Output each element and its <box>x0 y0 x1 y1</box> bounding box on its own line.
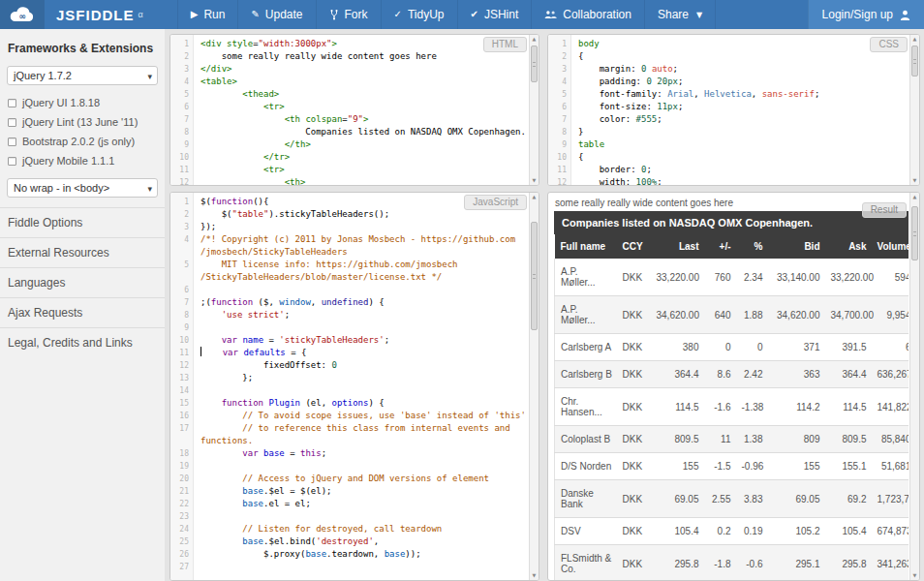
table-row: Danske BankDKK69.052.553.8369.0569.21,72… <box>555 480 909 518</box>
html-code-editor[interactable]: <div style="width:3000px"> some really r… <box>195 35 529 185</box>
checkbox-icon <box>8 138 16 146</box>
fork-icon <box>329 9 339 20</box>
scroll-down-icon[interactable]: ▼ <box>910 571 919 580</box>
wide-content-text: some really really wide content goes her… <box>555 198 909 208</box>
column-header: CCY <box>617 234 651 259</box>
table-row: Carlsberg BDKK364.48.62.42363364.4636,26… <box>555 361 909 388</box>
scroll-thumb[interactable] <box>531 222 538 330</box>
table-row: FLSmidth & Co.DKK295.8-1.8-0.6295.1295.8… <box>555 545 909 581</box>
checkbox-icon <box>8 99 16 107</box>
sidebar-item-languages[interactable]: Languages <box>0 267 165 297</box>
jsfiddle-logo[interactable]: ∞ <box>0 0 45 29</box>
table-row: D/S NordenDKK155-1.5-0.96155155.151,681 <box>555 453 909 480</box>
chevron-down-icon: ▾ <box>147 180 152 198</box>
update-icon: ✎ <box>251 10 259 19</box>
scroll-thumb[interactable] <box>531 46 538 82</box>
wrap-select[interactable]: No wrap - in <body> ▾ <box>7 178 158 198</box>
scroll-down-icon[interactable]: ▼ <box>910 176 919 185</box>
scroll-thumb[interactable] <box>911 46 918 76</box>
table-row: Coloplast BDKK809.5111.38809809.585,840 <box>555 426 909 453</box>
tidyup-button[interactable]: ✓ TidyUp <box>381 0 457 29</box>
navbar-actions: ▶ Run ✎ Update Fork ✓ TidyUp ✔ JSHint <box>177 0 716 29</box>
column-header: Last <box>651 234 704 259</box>
collaboration-icon <box>544 10 557 19</box>
column-header: % <box>736 234 768 259</box>
checkbox-jquery-mobile[interactable]: jQuery Mobile 1.1.1 <box>0 151 165 170</box>
table-row: Carlsberg ADKK38000371391.56 <box>555 334 909 361</box>
checkbox-jquery-lint[interactable]: jQuery Lint (13 June '11) <box>0 112 165 132</box>
companies-table: Full nameCCYLast+/-%BidAskVolumeA.P. Møl… <box>554 234 909 580</box>
sidebar-item-fiddle-options[interactable]: Fiddle Options <box>0 207 165 237</box>
brand-title: JSFIDDLE <box>56 7 135 23</box>
jshint-button[interactable]: ✔ JSHint <box>457 0 532 29</box>
css-code-editor[interactable]: body{ margin: 0 auto; padding: 0 20px; f… <box>572 35 909 185</box>
table-row: DSVDKK105.40.20.19105.2105.4674,873 <box>555 518 909 545</box>
tidyup-icon: ✓ <box>394 10 402 19</box>
checkbox-icon <box>8 118 16 127</box>
js-line-numbers: 1234567891011121314151617181920212223242… <box>170 193 194 580</box>
panel-label-javascript: JavaScript <box>464 195 527 210</box>
checkbox-bootstrap[interactable]: Bootstrap 2.0.2 (js only) <box>0 132 165 151</box>
collaboration-button[interactable]: Collaboration <box>531 0 644 29</box>
table-row: A.P. Møller...DKK33,220.007602.3433,140.… <box>555 259 909 296</box>
js-editor-scrollbar[interactable]: ▲ ▼ <box>529 193 539 580</box>
fork-button[interactable]: Fork <box>316 0 381 29</box>
checkbox-jquery-ui[interactable]: jQuery UI 1.8.18 <box>0 93 165 112</box>
update-button[interactable]: ✎ Update <box>237 0 315 29</box>
html-editor-scrollbar[interactable]: ▲ ▼ <box>529 35 539 185</box>
share-button[interactable]: Share ▼ <box>644 0 716 29</box>
column-header: Volume <box>872 234 909 259</box>
run-button[interactable]: ▶ Run <box>177 0 238 29</box>
scroll-thumb[interactable] <box>911 206 918 260</box>
sidebar-item-ajax-requests[interactable]: Ajax Requests <box>0 297 165 327</box>
scroll-up-icon[interactable]: ▲ <box>530 35 539 44</box>
css-editor-scrollbar[interactable]: ▲ ▼ <box>909 35 919 185</box>
scroll-down-icon[interactable]: ▼ <box>530 571 539 580</box>
framework-select[interactable]: jQuery 1.7.2 ▾ <box>7 66 158 85</box>
result-scrollbar[interactable]: ▲ ▼ <box>909 193 919 580</box>
panel-label-result: Result <box>862 202 907 218</box>
alpha-badge: α <box>139 10 144 19</box>
table-row: A.P. Møller...DKK34,620.006401.8834,620.… <box>555 296 909 334</box>
result-table-title: Companies listed on NASDAQ OMX Copenhage… <box>554 211 909 234</box>
cloud-icon: ∞ <box>8 5 37 24</box>
login-button[interactable]: Login/Sign up <box>808 0 924 29</box>
column-header: Full name <box>555 234 617 259</box>
result-frame: some really really wide content goes her… <box>548 193 909 580</box>
navbar: ∞ JSFIDDLE α ▶ Run ✎ Update Fork ✓ TidyU… <box>0 0 924 29</box>
chevron-down-icon: ▾ <box>147 68 152 85</box>
js-code-editor[interactable]: $(function(){ $("table").stickyTableHead… <box>195 193 529 580</box>
html-editor-panel: 123456789101112 <div style="width:3000px… <box>169 34 539 186</box>
scroll-down-icon[interactable]: ▼ <box>530 176 539 185</box>
user-icon <box>900 10 910 20</box>
jshint-icon: ✔ <box>471 10 478 19</box>
panel-label-html: HTML <box>483 37 527 52</box>
scroll-up-icon[interactable]: ▲ <box>530 193 539 201</box>
result-panel: some really really wide content goes her… <box>547 192 920 581</box>
js-editor-panel: 1234567891011121314151617181920212223242… <box>169 192 539 581</box>
scroll-up-icon[interactable]: ▲ <box>910 35 919 44</box>
sidebar-item-legal-credits-links[interactable]: Legal, Credits and Links <box>0 327 165 357</box>
css-editor-panel: 123456789101112 body{ margin: 0 auto; pa… <box>547 34 920 186</box>
html-line-numbers: 123456789101112 <box>170 35 194 185</box>
svg-text:∞: ∞ <box>18 11 26 21</box>
sidebar: Frameworks & Extensions jQuery 1.7.2 ▾ j… <box>0 29 165 581</box>
sidebar-heading: Frameworks & Extensions <box>0 29 165 64</box>
panel-label-css: CSS <box>870 37 908 52</box>
table-row: Chr. Hansen...DKK114.5-1.6-1.38114.2114.… <box>555 388 909 426</box>
column-header: Bid <box>768 234 825 259</box>
sidebar-sections: Fiddle Options External Resources Langua… <box>0 207 165 357</box>
column-header: +/- <box>704 234 736 259</box>
share-caret-icon: ▼ <box>696 11 702 19</box>
run-icon: ▶ <box>191 10 199 19</box>
sidebar-item-external-resources[interactable]: External Resources <box>0 237 165 267</box>
scroll-up-icon[interactable]: ▲ <box>910 193 919 201</box>
css-line-numbers: 123456789101112 <box>548 35 571 185</box>
checkbox-icon <box>8 157 16 166</box>
column-header: Ask <box>825 234 872 259</box>
